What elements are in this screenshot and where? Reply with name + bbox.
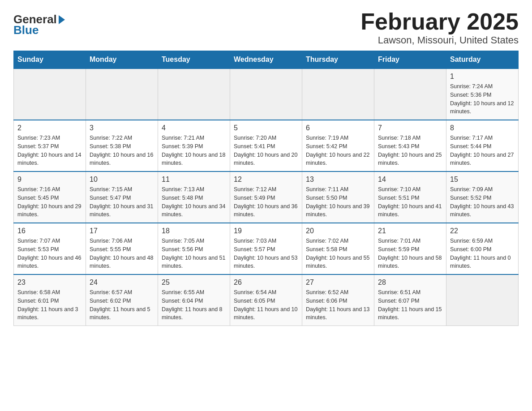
calendar-week-row: 16Sunrise: 7:07 AMSunset: 5:53 PMDayligh… (14, 223, 519, 274)
calendar-day-cell: 2Sunrise: 7:23 AMSunset: 5:37 PMDaylight… (14, 120, 86, 171)
day-info: Sunrise: 7:03 AMSunset: 5:57 PMDaylight:… (234, 237, 298, 270)
calendar-day-cell: 17Sunrise: 7:06 AMSunset: 5:55 PMDayligh… (86, 223, 158, 274)
day-of-week-header: Tuesday (158, 51, 230, 69)
day-info: Sunrise: 7:15 AMSunset: 5:47 PMDaylight:… (90, 185, 154, 219)
calendar-header-row: SundayMondayTuesdayWednesdayThursdayFrid… (14, 51, 519, 69)
day-info: Sunrise: 6:58 AMSunset: 6:01 PMDaylight:… (17, 288, 82, 322)
calendar-day-cell: 1Sunrise: 7:24 AMSunset: 5:36 PMDaylight… (446, 68, 519, 120)
calendar-day-cell (374, 68, 446, 120)
calendar-week-row: 23Sunrise: 6:58 AMSunset: 6:01 PMDayligh… (14, 274, 519, 326)
logo-blue-text: Blue (13, 24, 39, 36)
calendar-table: SundayMondayTuesdayWednesdayThursdayFrid… (13, 51, 519, 326)
title-block: February 2025 Lawson, Missouri, United S… (360, 9, 519, 46)
day-info: Sunrise: 7:21 AMSunset: 5:39 PMDaylight:… (162, 134, 226, 167)
day-info: Sunrise: 7:22 AMSunset: 5:38 PMDaylight:… (90, 134, 154, 167)
day-number: 25 (162, 278, 226, 287)
calendar-day-cell: 24Sunrise: 6:57 AMSunset: 6:02 PMDayligh… (86, 274, 158, 326)
day-info: Sunrise: 6:55 AMSunset: 6:04 PMDaylight:… (162, 288, 226, 322)
day-info: Sunrise: 7:18 AMSunset: 5:43 PMDaylight:… (378, 134, 442, 167)
day-of-week-header: Saturday (446, 51, 519, 69)
calendar-day-cell: 14Sunrise: 7:10 AMSunset: 5:51 PMDayligh… (374, 171, 446, 223)
calendar-day-cell: 10Sunrise: 7:15 AMSunset: 5:47 PMDayligh… (86, 171, 158, 223)
calendar-day-cell (86, 68, 158, 120)
day-number: 19 (234, 227, 298, 235)
calendar-day-cell: 13Sunrise: 7:11 AMSunset: 5:50 PMDayligh… (302, 171, 374, 223)
day-info: Sunrise: 7:13 AMSunset: 5:48 PMDaylight:… (162, 185, 226, 219)
day-number: 12 (234, 176, 298, 184)
calendar-day-cell: 3Sunrise: 7:22 AMSunset: 5:38 PMDaylight… (86, 120, 158, 171)
day-number: 20 (306, 227, 370, 235)
day-of-week-header: Monday (86, 51, 158, 69)
calendar-day-cell (230, 68, 302, 120)
day-number: 27 (306, 278, 370, 287)
day-number: 10 (90, 176, 154, 184)
calendar-day-cell: 6Sunrise: 7:19 AMSunset: 5:42 PMDaylight… (302, 120, 374, 171)
day-number: 17 (90, 227, 154, 235)
day-number: 5 (234, 124, 298, 132)
calendar-day-cell: 25Sunrise: 6:55 AMSunset: 6:04 PMDayligh… (158, 274, 230, 326)
day-of-week-header: Friday (374, 51, 446, 69)
calendar-day-cell: 11Sunrise: 7:13 AMSunset: 5:48 PMDayligh… (158, 171, 230, 223)
day-info: Sunrise: 7:01 AMSunset: 5:59 PMDaylight:… (378, 237, 442, 270)
day-number: 2 (17, 124, 82, 132)
day-number: 23 (17, 278, 82, 287)
calendar-day-cell: 19Sunrise: 7:03 AMSunset: 5:57 PMDayligh… (230, 223, 302, 274)
day-info: Sunrise: 6:57 AMSunset: 6:02 PMDaylight:… (90, 288, 154, 322)
day-info: Sunrise: 7:19 AMSunset: 5:42 PMDaylight:… (306, 134, 370, 167)
day-info: Sunrise: 7:09 AMSunset: 5:52 PMDaylight:… (450, 185, 515, 219)
calendar-day-cell: 4Sunrise: 7:21 AMSunset: 5:39 PMDaylight… (158, 120, 230, 171)
day-info: Sunrise: 7:23 AMSunset: 5:37 PMDaylight:… (17, 134, 82, 167)
day-number: 6 (306, 124, 370, 132)
calendar-day-cell: 27Sunrise: 6:52 AMSunset: 6:06 PMDayligh… (302, 274, 374, 326)
calendar-day-cell: 8Sunrise: 7:17 AMSunset: 5:44 PMDaylight… (446, 120, 519, 171)
calendar-day-cell: 23Sunrise: 6:58 AMSunset: 6:01 PMDayligh… (14, 274, 86, 326)
calendar-week-row: 2Sunrise: 7:23 AMSunset: 5:37 PMDaylight… (14, 120, 519, 171)
day-number: 21 (378, 227, 442, 235)
calendar-day-cell: 9Sunrise: 7:16 AMSunset: 5:45 PMDaylight… (14, 171, 86, 223)
day-number: 11 (162, 176, 226, 184)
day-number: 3 (90, 124, 154, 132)
day-of-week-header: Wednesday (230, 51, 302, 69)
day-info: Sunrise: 7:12 AMSunset: 5:49 PMDaylight:… (234, 185, 298, 219)
day-info: Sunrise: 7:07 AMSunset: 5:53 PMDaylight:… (17, 237, 82, 270)
day-number: 24 (90, 278, 154, 287)
calendar-day-cell: 28Sunrise: 6:51 AMSunset: 6:07 PMDayligh… (374, 274, 446, 326)
calendar-week-row: 1Sunrise: 7:24 AMSunset: 5:36 PMDaylight… (14, 68, 519, 120)
calendar-day-cell: 26Sunrise: 6:54 AMSunset: 6:05 PMDayligh… (230, 274, 302, 326)
calendar-day-cell: 5Sunrise: 7:20 AMSunset: 5:41 PMDaylight… (230, 120, 302, 171)
logo-arrow-icon (59, 15, 65, 24)
day-number: 26 (234, 278, 298, 287)
day-of-week-header: Sunday (14, 51, 86, 69)
page-title: February 2025 (360, 9, 519, 34)
day-number: 18 (162, 227, 226, 235)
page-subtitle: Lawson, Missouri, United States (360, 34, 519, 46)
day-number: 13 (306, 176, 370, 184)
day-info: Sunrise: 7:16 AMSunset: 5:45 PMDaylight:… (17, 185, 82, 219)
day-number: 16 (17, 227, 82, 235)
day-info: Sunrise: 7:11 AMSunset: 5:50 PMDaylight:… (306, 185, 370, 219)
calendar-day-cell (14, 68, 86, 120)
calendar-day-cell: 12Sunrise: 7:12 AMSunset: 5:49 PMDayligh… (230, 171, 302, 223)
calendar-day-cell: 15Sunrise: 7:09 AMSunset: 5:52 PMDayligh… (446, 171, 519, 223)
page-header: General Blue February 2025 Lawson, Misso… (13, 9, 519, 46)
day-number: 1 (450, 73, 515, 81)
day-of-week-header: Thursday (302, 51, 374, 69)
day-info: Sunrise: 7:24 AMSunset: 5:36 PMDaylight:… (450, 82, 515, 116)
calendar-day-cell (446, 274, 519, 326)
day-info: Sunrise: 6:52 AMSunset: 6:06 PMDaylight:… (306, 288, 370, 322)
calendar-day-cell: 21Sunrise: 7:01 AMSunset: 5:59 PMDayligh… (374, 223, 446, 274)
calendar-day-cell: 7Sunrise: 7:18 AMSunset: 5:43 PMDaylight… (374, 120, 446, 171)
calendar-day-cell: 16Sunrise: 7:07 AMSunset: 5:53 PMDayligh… (14, 223, 86, 274)
calendar-week-row: 9Sunrise: 7:16 AMSunset: 5:45 PMDaylight… (14, 171, 519, 223)
day-number: 28 (378, 278, 442, 287)
day-number: 14 (378, 176, 442, 184)
day-info: Sunrise: 7:05 AMSunset: 5:56 PMDaylight:… (162, 237, 226, 270)
calendar-day-cell: 18Sunrise: 7:05 AMSunset: 5:56 PMDayligh… (158, 223, 230, 274)
day-info: Sunrise: 7:17 AMSunset: 5:44 PMDaylight:… (450, 134, 515, 167)
day-number: 8 (450, 124, 515, 132)
day-number: 7 (378, 124, 442, 132)
day-info: Sunrise: 7:10 AMSunset: 5:51 PMDaylight:… (378, 185, 442, 219)
calendar-day-cell (302, 68, 374, 120)
calendar-day-cell: 22Sunrise: 6:59 AMSunset: 6:00 PMDayligh… (446, 223, 519, 274)
calendar-day-cell: 20Sunrise: 7:02 AMSunset: 5:58 PMDayligh… (302, 223, 374, 274)
